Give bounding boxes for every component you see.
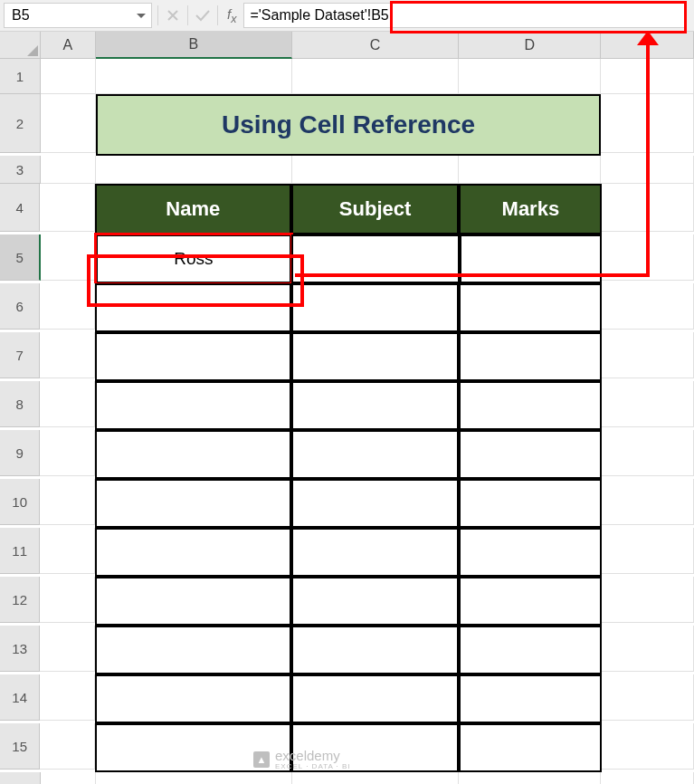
cell-E8[interactable] bbox=[602, 381, 694, 427]
cell-C13[interactable] bbox=[291, 626, 460, 674]
cell-B6[interactable] bbox=[95, 283, 291, 332]
title-cell[interactable]: Using Cell Reference bbox=[96, 94, 602, 156]
cell-A15[interactable] bbox=[40, 723, 94, 770]
cell-A13[interactable] bbox=[40, 626, 94, 672]
cell-A8[interactable] bbox=[40, 381, 94, 427]
row-header-6[interactable]: 6 bbox=[0, 283, 40, 330]
formula-input[interactable]: ='Sample Dataset'!B5 bbox=[243, 3, 687, 28]
cell-E15[interactable] bbox=[602, 723, 694, 770]
row-header-13[interactable]: 13 bbox=[0, 626, 40, 672]
cell-B8[interactable] bbox=[95, 381, 291, 430]
cell-A6[interactable] bbox=[40, 283, 94, 330]
cell-B11[interactable] bbox=[95, 528, 291, 577]
cell-E12[interactable] bbox=[602, 577, 694, 623]
cell-B12[interactable] bbox=[95, 577, 291, 626]
cell-D10[interactable] bbox=[459, 479, 602, 528]
cell-A5[interactable] bbox=[41, 234, 95, 281]
cell-C10[interactable] bbox=[291, 479, 460, 528]
cell-A1[interactable] bbox=[41, 59, 96, 94]
cell-C3[interactable] bbox=[292, 156, 460, 184]
cell-B3[interactable] bbox=[96, 156, 292, 184]
cell-D8[interactable] bbox=[459, 381, 602, 430]
cell-E10[interactable] bbox=[602, 479, 694, 525]
row-header-10[interactable]: 10 bbox=[0, 479, 40, 525]
row-header-12[interactable]: 12 bbox=[0, 577, 40, 623]
cell-C9[interactable] bbox=[291, 430, 460, 479]
cell-A3[interactable] bbox=[41, 156, 96, 184]
cell-D14[interactable] bbox=[459, 674, 602, 723]
row-header-5[interactable]: 5 bbox=[0, 234, 41, 281]
cell-A9[interactable] bbox=[40, 430, 94, 476]
column-header-d[interactable]: D bbox=[459, 32, 601, 59]
row-header-9[interactable]: 9 bbox=[0, 430, 40, 476]
enter-formula-button bbox=[188, 3, 217, 28]
cell-A10[interactable] bbox=[40, 479, 94, 525]
name-box[interactable]: B5 bbox=[4, 3, 152, 28]
row-header-3[interactable]: 3 bbox=[0, 156, 41, 184]
row-header-7[interactable]: 7 bbox=[0, 332, 40, 378]
column-header-b[interactable]: B bbox=[96, 32, 292, 59]
cell-B16[interactable] bbox=[96, 772, 292, 784]
dropdown-icon[interactable] bbox=[137, 14, 146, 18]
cell-B13[interactable] bbox=[95, 626, 291, 674]
column-header-a[interactable]: A bbox=[41, 32, 96, 59]
cell-B7[interactable] bbox=[95, 332, 291, 381]
cell-C7[interactable] bbox=[291, 332, 460, 381]
cell-C1[interactable] bbox=[292, 59, 460, 94]
cell-D16[interactable] bbox=[459, 772, 601, 784]
cell-E13[interactable] bbox=[602, 626, 694, 672]
cell-C6[interactable] bbox=[291, 283, 460, 332]
cell-A7[interactable] bbox=[40, 332, 94, 378]
cell-E6[interactable] bbox=[602, 283, 694, 330]
cell-B5[interactable]: Ross bbox=[96, 234, 292, 283]
cell-D12[interactable] bbox=[459, 577, 602, 626]
name-box-value: B5 bbox=[12, 7, 30, 24]
cell-C16[interactable] bbox=[292, 772, 460, 784]
select-all-corner[interactable] bbox=[0, 32, 41, 59]
cell-D3[interactable] bbox=[459, 156, 601, 184]
cell-B9[interactable] bbox=[95, 430, 291, 479]
cell-D15[interactable] bbox=[459, 723, 602, 772]
cell-E7[interactable] bbox=[602, 332, 694, 378]
header-subject[interactable]: Subject bbox=[291, 184, 460, 234]
annotation-arrow-head-icon bbox=[637, 31, 659, 45]
row-header-16[interactable]: 16 bbox=[0, 772, 41, 784]
row-header-15[interactable]: 15 bbox=[0, 723, 40, 770]
row-header-1[interactable]: 1 bbox=[0, 59, 41, 94]
cell-E9[interactable] bbox=[602, 430, 694, 476]
row-header-11[interactable]: 11 bbox=[0, 528, 40, 574]
annotation-arrow-vertical bbox=[646, 31, 650, 277]
cell-D13[interactable] bbox=[459, 626, 602, 674]
cell-D7[interactable] bbox=[459, 332, 602, 381]
cell-C14[interactable] bbox=[291, 674, 460, 723]
formula-bar-buttons: fx bbox=[157, 0, 243, 31]
row-header-8[interactable]: 8 bbox=[0, 381, 40, 427]
cell-E16[interactable] bbox=[601, 772, 694, 784]
cell-B1[interactable] bbox=[96, 59, 292, 94]
header-marks[interactable]: Marks bbox=[459, 184, 602, 234]
cell-A12[interactable] bbox=[40, 577, 94, 623]
row-header-14[interactable]: 14 bbox=[0, 674, 40, 721]
cell-B14[interactable] bbox=[95, 674, 291, 723]
cell-E14[interactable] bbox=[602, 674, 694, 721]
cell-D11[interactable] bbox=[459, 528, 602, 577]
cell-A4[interactable] bbox=[40, 184, 94, 232]
cell-A11[interactable] bbox=[40, 528, 94, 574]
header-name[interactable]: Name bbox=[95, 184, 291, 234]
cell-D1[interactable] bbox=[459, 59, 601, 94]
row-header-2[interactable]: 2 bbox=[0, 94, 41, 153]
cell-C8[interactable] bbox=[291, 381, 460, 430]
cell-E11[interactable] bbox=[602, 528, 694, 574]
cell-C11[interactable] bbox=[291, 528, 460, 577]
fx-icon[interactable]: fx bbox=[218, 6, 243, 25]
cell-B10[interactable] bbox=[95, 479, 291, 528]
cell-D6[interactable] bbox=[459, 283, 602, 332]
cell-C12[interactable] bbox=[291, 577, 460, 626]
cell-A14[interactable] bbox=[40, 674, 94, 721]
column-header-c[interactable]: C bbox=[292, 32, 460, 59]
cell-A2[interactable] bbox=[41, 94, 96, 153]
cell-D9[interactable] bbox=[459, 430, 602, 479]
row-header-4[interactable]: 4 bbox=[0, 184, 40, 232]
formula-bar: B5 fx ='Sample Dataset'!B5 bbox=[0, 0, 694, 32]
cell-A16[interactable] bbox=[41, 772, 96, 784]
